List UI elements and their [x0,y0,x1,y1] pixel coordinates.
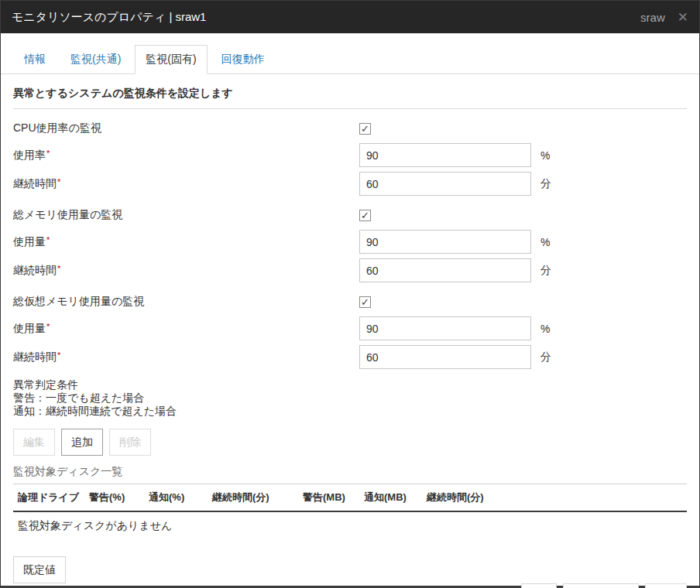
cpu-usage-label: 使用率* [13,149,359,162]
section-title: 異常とするシステムの監視条件を設定します [13,87,687,109]
disk-table-caption: 監視対象ディスク一覧 [13,465,687,479]
required-mark: * [46,322,50,331]
required-mark: * [57,264,60,273]
vmemory-duration-input[interactable] [359,345,531,369]
memory-usage-label: 使用量* [13,235,359,249]
vmemory-monitor-checkbox[interactable]: ✓ [359,296,371,308]
tab-info[interactable]: 情報 [13,45,57,74]
tab-bar: 情報 監視(共通) 監視(固有) 回復動作 [1,44,699,74]
default-values-button[interactable]: 既定値 [13,556,66,583]
tab-monitor-special[interactable]: 監視(固有) [135,45,207,74]
col-duration-min-1: 継続時間(分) [208,484,298,512]
col-duration-min-2: 継続時間(分) [422,484,507,512]
required-mark: * [46,235,50,244]
dialog-titlebar: モニタリソースのプロパティ | sraw1 sraw ✕ [1,1,699,33]
memory-usage-input[interactable] [359,230,531,254]
required-mark: * [46,149,50,158]
col-filler [507,484,687,512]
tab-recovery-action[interactable]: 回復動作 [211,45,276,74]
edit-button[interactable]: 編集 [13,429,55,456]
memory-monitor-label: 総メモリ使用量の監視 [13,208,359,222]
memory-duration-input[interactable] [359,258,531,282]
col-warning-mb: 警告(MB) [298,484,359,512]
vmemory-duration-label: 継続時間* [13,350,359,364]
vmemory-usage-input[interactable] [359,316,531,340]
vmemory-duration-label-text: 継続時間 [13,350,57,363]
required-mark: * [57,350,60,360]
vmemory-usage-label: 使用量* [13,322,359,336]
memory-monitor-checkbox[interactable]: ✓ [359,210,371,221]
cpu-duration-label-text: 継続時間 [13,177,57,190]
close-icon[interactable]: ✕ [678,11,688,24]
memory-duration-label: 継続時間* [13,264,359,278]
vmemory-duration-row: 継続時間* 分 [13,345,687,369]
disk-table: 論理ドライブ 警告(%) 通知(%) 継続時間(分) 警告(MB) 通知(MB)… [13,484,687,547]
cancel-button[interactable]: キャンセル [563,583,639,588]
required-mark: * [57,177,60,186]
add-button[interactable]: 追加 [61,429,103,456]
judgement-line-notice: 通知：継続時間連続で超えた場合 [13,405,687,418]
col-warning-pct: 警告(%) [84,484,144,512]
ok-button[interactable]: OK [521,583,557,588]
disk-table-header: 論理ドライブ 警告(%) 通知(%) 継続時間(分) 警告(MB) 通知(MB)… [13,484,687,512]
vmemory-usage-label-text: 使用量 [13,322,46,334]
resource-type-label: sraw [640,11,665,24]
monitor-resource-properties-dialog: モニタリソースのプロパティ | sraw1 sraw ✕ 情報 監視(共通) 監… [0,0,700,588]
disk-list-buttons: 編集 追加 削除 [13,429,687,456]
vmemory-usage-row: 使用量* % [13,316,687,340]
memory-monitor-row: 総メモリ使用量の監視 ✓ [13,203,687,227]
memory-duration-label-text: 継続時間 [13,264,57,276]
memory-usage-row: 使用量* % [13,230,687,254]
cpu-monitor-checkbox[interactable]: ✓ [359,123,371,135]
judgement-note: 異常判定条件 警告：一度でも超えた場合 通知：継続時間連続で超えた場合 [13,378,687,418]
disk-table-empty-text: 監視対象ディスクがありません [13,511,687,547]
cpu-usage-row: 使用率* % [13,143,687,167]
tab-content: 異常とするシステムの監視条件を設定します CPU使用率の監視 ✓ 使用率* % … [1,74,699,583]
delete-button[interactable]: 削除 [109,429,151,456]
cpu-duration-row: 継続時間* 分 [13,172,687,196]
vmemory-monitor-row: 総仮想メモリ使用量の監視 ✓ [13,290,687,313]
disk-table-empty-row: 監視対象ディスクがありません [13,511,687,547]
default-button-row: 既定値 [13,556,687,583]
cpu-duration-unit: 分 [540,177,551,191]
judgement-line-warning: 警告：一度でも超えた場合 [13,391,687,405]
cpu-duration-label: 継続時間* [13,177,359,191]
col-notice-pct: 通知(%) [144,484,208,512]
vmemory-duration-unit: 分 [540,350,551,364]
cpu-duration-input[interactable] [359,172,531,196]
memory-usage-label-text: 使用量 [13,235,46,248]
memory-duration-row: 継続時間* 分 [13,258,687,282]
memory-duration-unit: 分 [540,264,551,278]
vmemory-usage-unit: % [540,323,550,335]
cpu-usage-unit: % [540,149,550,162]
cpu-monitor-row: CPU使用率の監視 ✓ [13,117,687,140]
cpu-monitor-label: CPU使用率の監視 [13,121,359,135]
dialog-title: モニタリソースのプロパティ | sraw1 [12,10,206,25]
col-notice-mb: 通知(MB) [359,484,422,512]
cpu-usage-input[interactable] [359,143,531,167]
tab-monitor-common[interactable]: 監視(共通) [60,45,132,74]
memory-usage-unit: % [540,236,550,248]
vmemory-monitor-label: 総仮想メモリ使用量の監視 [13,295,359,309]
judgement-line-title: 異常判定条件 [13,378,687,391]
apply-button[interactable]: 適用 [645,583,687,588]
cpu-usage-label-text: 使用率 [13,149,46,161]
dialog-footer: OK キャンセル 適用 [1,583,699,588]
col-logical-drive: 論理ドライブ [13,484,84,512]
